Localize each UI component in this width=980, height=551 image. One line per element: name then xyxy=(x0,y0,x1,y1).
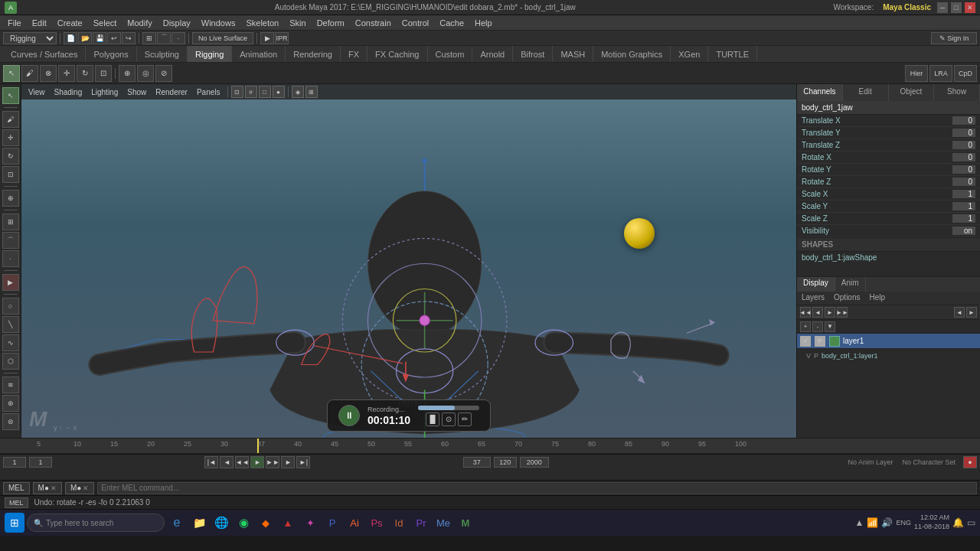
menu-file[interactable]: File xyxy=(3,17,26,29)
tab-fx-caching[interactable]: FX Caching xyxy=(368,46,427,62)
auto-key-button[interactable]: ● xyxy=(963,456,977,468)
menu-control[interactable]: Control xyxy=(397,17,433,29)
window-controls[interactable]: ─ □ ✕ xyxy=(937,2,975,13)
ch-value-rotate-y[interactable]: 0 xyxy=(952,165,975,174)
play-forward-button[interactable]: ► xyxy=(250,456,264,468)
audio-meter-button[interactable]: ▐▌ xyxy=(426,412,439,426)
move-lt-button[interactable]: ✛ xyxy=(2,129,19,146)
vp-menu-view[interactable]: View xyxy=(24,87,49,97)
tab-turtle[interactable]: TURTLE xyxy=(708,46,757,62)
lra-button[interactable]: LRA xyxy=(929,65,952,82)
tray-network-icon[interactable]: 📶 xyxy=(867,517,878,528)
vp-menu-renderer[interactable]: Renderer xyxy=(152,87,191,97)
tab-sculpting[interactable]: Sculpting xyxy=(137,46,188,62)
close-button[interactable]: ✕ xyxy=(965,2,975,13)
tab-mash[interactable]: MASH xyxy=(553,46,593,62)
vp-menu-show[interactable]: Show xyxy=(123,87,150,97)
ch-value-translate-z[interactable]: 0 xyxy=(952,141,975,149)
script-lang-label[interactable]: MEL xyxy=(5,497,28,508)
taskbar-icon-app8[interactable]: P xyxy=(322,513,342,533)
mel-tab-3-close[interactable]: ✕ xyxy=(83,484,89,492)
show-manip-lt-button[interactable]: ⊕ xyxy=(2,190,19,207)
new-scene-button[interactable]: 📄 xyxy=(64,32,77,44)
step-forward-button[interactable]: ► xyxy=(281,456,295,468)
ik-lt-button[interactable]: ╲ xyxy=(2,316,19,333)
vp-menu-lighting[interactable]: Lighting xyxy=(87,87,122,97)
select-lt-button[interactable]: ↖ xyxy=(2,87,19,104)
isolate-button[interactable]: ◈ xyxy=(292,86,304,98)
soft-mod-button[interactable]: ◎ xyxy=(137,65,154,82)
channel-translate-y[interactable]: Translate Y 0 xyxy=(797,127,980,139)
live-surface-button[interactable]: No Live Surface xyxy=(192,32,253,44)
channel-translate-z[interactable]: Translate Z 0 xyxy=(797,139,980,152)
end-frame-input[interactable] xyxy=(520,457,549,468)
vp-menu-panels[interactable]: Panels xyxy=(193,87,224,97)
snap-grid-button[interactable]: ⊞ xyxy=(142,32,156,44)
taskbar-icon-app11[interactable]: Id xyxy=(389,513,409,533)
channel-scale-z[interactable]: Scale Z 1 xyxy=(797,213,980,225)
menu-skeleton[interactable]: Skeleton xyxy=(241,17,283,29)
sculpt-button[interactable]: ⊘ xyxy=(155,65,172,82)
rotate-lt-button[interactable]: ↻ xyxy=(2,148,19,165)
anim-tab[interactable]: Anim xyxy=(835,277,866,292)
menu-create[interactable]: Create xyxy=(53,17,87,29)
scale-lt-button[interactable]: ⊡ xyxy=(2,166,19,183)
module-dropdown[interactable]: Rigging xyxy=(3,32,57,44)
skip-to-start-button[interactable]: |◄ xyxy=(204,456,218,468)
undo-button[interactable]: ↩ xyxy=(107,32,121,44)
channel-rotate-z[interactable]: Rotate Z 0 xyxy=(797,176,980,188)
hier-button[interactable]: Hier xyxy=(905,65,928,82)
mel-tab[interactable]: MEL xyxy=(3,482,30,494)
resolution-gate-button[interactable]: ⊞ xyxy=(305,86,318,98)
select-tool-button[interactable]: ↖ xyxy=(3,65,20,82)
taskbar-icon-app10[interactable]: Ps xyxy=(367,513,387,533)
layer-playback-check[interactable]: P xyxy=(815,336,825,347)
edit-tab[interactable]: Edit xyxy=(843,84,889,101)
point-snap-lt-button[interactable]: · xyxy=(2,250,19,267)
taskbar-icon-explorer[interactable]: 📁 xyxy=(189,513,209,533)
taskbar-icon-app5[interactable]: ◆ xyxy=(256,513,276,533)
cam-select-button[interactable]: ⊡ xyxy=(231,86,243,98)
ch-value-scale-z[interactable]: 1 xyxy=(952,214,975,223)
menu-select[interactable]: Select xyxy=(89,17,122,29)
open-file-button[interactable]: 📂 xyxy=(78,32,92,44)
snap-point-button[interactable]: · xyxy=(172,32,185,44)
menu-skin[interactable]: Skin xyxy=(285,17,310,29)
mel-input[interactable] xyxy=(97,482,977,494)
layer-nav-next[interactable]: ► xyxy=(825,307,835,318)
layer-expand-button[interactable]: ► xyxy=(966,307,977,318)
start-frame-input[interactable] xyxy=(3,457,26,468)
taskbar-icon-app7[interactable]: ✦ xyxy=(300,513,320,533)
redo-button[interactable]: ↪ xyxy=(122,32,136,44)
ch-value-translate-x[interactable]: 0 xyxy=(952,116,975,125)
channel-rotate-y[interactable]: Rotate Y 0 xyxy=(797,164,980,176)
play-fwd-button2[interactable]: ►► xyxy=(266,456,279,468)
scrub-bar[interactable] xyxy=(418,406,479,410)
curve-snap-lt-button[interactable]: ⌒ xyxy=(2,232,19,249)
menu-cache[interactable]: Cache xyxy=(435,17,469,29)
range-end-input[interactable] xyxy=(494,457,517,468)
tray-up-icon[interactable]: ▲ xyxy=(855,517,864,528)
universal-manip-button[interactable]: ⊕ xyxy=(119,65,136,82)
range-start-input[interactable] xyxy=(29,457,52,468)
vp-menu-shading[interactable]: Shading xyxy=(51,87,87,97)
layer-nav-prev[interactable]: ◄ xyxy=(812,307,823,318)
joint-lt-button[interactable]: ○ xyxy=(2,298,19,315)
taskbar-icon-chrome[interactable]: 🌐 xyxy=(211,513,231,533)
rotate-tool-button[interactable]: ↻ xyxy=(77,65,93,82)
layer-options-button[interactable]: ▼ xyxy=(825,321,835,332)
menu-display[interactable]: Display xyxy=(158,17,195,29)
channel-translate-x[interactable]: Translate X 0 xyxy=(797,115,980,127)
layer-visibility-check[interactable]: ✓ xyxy=(800,336,811,347)
menu-deform[interactable]: Deform xyxy=(312,17,349,29)
grid-toggle-button[interactable]: # xyxy=(245,86,257,98)
pause-button[interactable]: ⏸ xyxy=(338,405,360,426)
blend-lt-button[interactable]: ⊜ xyxy=(2,413,19,430)
tab-animation[interactable]: Animation xyxy=(232,46,286,62)
layer1-row[interactable]: ✓ P layer1 xyxy=(797,334,980,349)
display-tab[interactable]: Display xyxy=(797,277,835,292)
taskbar-search[interactable]: 🔍 Type here to search xyxy=(27,514,165,532)
smooth-shade-button[interactable]: ● xyxy=(273,86,285,98)
channel-visibility[interactable]: Visibility on xyxy=(797,225,980,237)
delete-layer-button[interactable]: - xyxy=(812,321,823,332)
